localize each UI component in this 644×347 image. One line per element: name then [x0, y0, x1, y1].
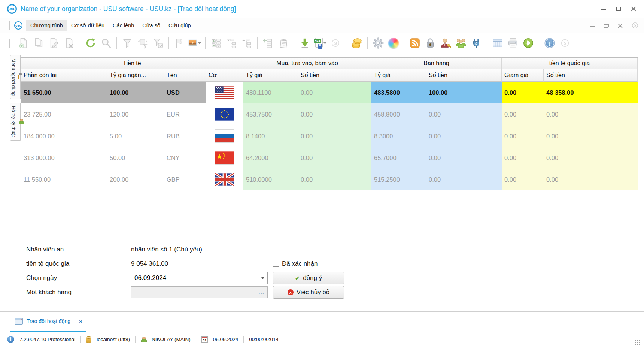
sidebar-tab-tech-support[interactable]: Hỗ trợ kỹ thuật	[10, 103, 21, 141]
menu-item-window[interactable]: Cửa sổ	[138, 20, 164, 31]
cell-national-amount[interactable]: 0.00	[544, 125, 638, 147]
edit-record-button[interactable]	[48, 36, 60, 50]
table-empty-area[interactable]	[21, 190, 638, 236]
cell-code[interactable]: USD	[164, 82, 206, 103]
filter-columns-button[interactable]	[136, 36, 149, 50]
add-record-button[interactable]	[17, 36, 30, 50]
col-header-central-rate[interactable]: Tỷ giá ngân...	[107, 69, 164, 82]
tab-exchange-operations[interactable]: Trao đổi hoạt động ×	[10, 312, 86, 332]
cell-discount[interactable]: 0.00	[502, 169, 544, 190]
refresh-button[interactable]	[84, 36, 97, 50]
cell-remaining[interactable]: 51 650.00	[21, 82, 107, 103]
cancel-button[interactable]: x Việc hủy bỏ	[273, 286, 344, 299]
customer-input[interactable]: ...	[131, 286, 268, 298]
cell-buy-amount[interactable]: 0.00	[298, 169, 371, 190]
coins-button[interactable]	[350, 36, 363, 50]
expand-rows-button[interactable]	[210, 36, 222, 50]
cell-central-rate[interactable]: 5.00	[107, 125, 164, 147]
cell-sell-rate[interactable]: 483.5800	[371, 82, 426, 103]
flag-cny[interactable]	[206, 147, 243, 169]
col-header-sell-amount[interactable]: Số tiền	[426, 69, 502, 82]
col-header-sell-rate[interactable]: Tỷ giá	[371, 69, 426, 82]
cell-remaining[interactable]: 23 725.00	[21, 103, 107, 125]
cell-code[interactable]: CNY	[164, 147, 206, 169]
cell-buy-amount[interactable]: 0.00	[298, 82, 371, 103]
cell-remaining[interactable]: 313 000.00	[21, 147, 107, 169]
filter-check-button[interactable]	[152, 36, 164, 50]
cell-buy-rate[interactable]: 8.1400	[243, 125, 298, 147]
cell-discount[interactable]: 0.00	[502, 82, 544, 103]
cell-discount[interactable]: 0.00	[502, 147, 544, 169]
cell-central-rate[interactable]: 100.00	[107, 82, 164, 103]
plug-button[interactable]	[470, 36, 483, 50]
user-key-button[interactable]	[439, 36, 452, 50]
cell-remaining[interactable]: 11 550.00	[21, 169, 107, 190]
col-header-buy-rate[interactable]: Tỷ giá	[243, 69, 298, 82]
col-header-national-amount[interactable]: Số tiền	[544, 69, 638, 82]
documents-button[interactable]	[277, 36, 290, 50]
cell-buy-rate[interactable]: 453.7500	[243, 103, 298, 125]
cell-sell-rate[interactable]: 65.7000	[371, 147, 426, 169]
group-header-buy[interactable]: Mua, tựa vào, bám vào	[243, 58, 371, 69]
cell-remaining[interactable]: 184 000.00	[21, 125, 107, 147]
filter-button[interactable]	[121, 36, 134, 50]
flag-gbp[interactable]	[206, 169, 243, 190]
col-header-name[interactable]: Tên	[164, 69, 206, 82]
tree-expand-button[interactable]	[225, 36, 238, 50]
cell-discount[interactable]: 0.00	[502, 103, 544, 125]
settings-gear-button[interactable]	[372, 36, 385, 50]
info-button[interactable]: i	[543, 36, 556, 50]
picture-dropdown-arrow[interactable]	[198, 42, 201, 44]
group-header-national[interactable]: tiền tệ quốc gia	[502, 58, 638, 69]
date-field[interactable]	[134, 274, 261, 282]
customer-field[interactable]	[134, 289, 258, 296]
download-button[interactable]	[298, 36, 311, 50]
cell-national-amount[interactable]: 0.00	[544, 147, 638, 169]
col-header-remaining[interactable]: Phần còn lại	[21, 69, 107, 82]
menu-item-program[interactable]: Chương trình	[26, 20, 67, 31]
child-close-button[interactable]	[618, 24, 623, 28]
search-button[interactable]	[100, 36, 112, 50]
menu-item-commands[interactable]: Các lệnh	[109, 20, 138, 31]
group-header-currency[interactable]: Tiền tệ	[21, 58, 243, 69]
cell-sell-rate[interactable]: 458.8000	[371, 103, 426, 125]
cell-central-rate[interactable]: 50.00	[107, 147, 164, 169]
window-minimize-button[interactable]	[601, 7, 606, 11]
cell-code[interactable]: RUB	[164, 125, 206, 147]
confirmed-checkbox[interactable]	[273, 261, 279, 267]
export-dropdown-arrow[interactable]	[323, 42, 326, 44]
col-header-flag[interactable]: Cờ	[206, 69, 243, 82]
cell-sell-amount[interactable]: 0.00	[426, 147, 502, 169]
cell-code[interactable]: GBP	[164, 169, 206, 190]
cell-buy-amount[interactable]: 0.00	[298, 103, 371, 125]
cell-buy-rate[interactable]: 480.1100	[243, 82, 298, 103]
cell-code[interactable]: EUR	[164, 103, 206, 125]
cell-buy-amount[interactable]: 0.00	[298, 125, 371, 147]
customer-browse-button[interactable]: ...	[258, 290, 264, 294]
col-header-discount[interactable]: Giảm giá	[502, 69, 544, 82]
delete-record-button[interactable]	[63, 36, 76, 50]
cell-central-rate[interactable]: 200.00	[107, 169, 164, 190]
tree-collapse-button[interactable]	[240, 36, 253, 50]
lock-button[interactable]	[424, 36, 437, 50]
date-input[interactable]	[131, 272, 268, 284]
cell-national-amount[interactable]: 48 358.00	[544, 82, 638, 103]
cell-sell-rate[interactable]: 515.2500	[371, 169, 426, 190]
col-header-buy-amount[interactable]: Số tiền	[298, 69, 371, 82]
cell-sell-amount[interactable]: 100.00	[426, 82, 502, 103]
cell-sell-amount[interactable]: 0.00	[426, 169, 502, 190]
sidebar-tab-user-menu[interactable]: Menu người dùng	[10, 55, 21, 99]
cell-sell-amount[interactable]: 0.00	[426, 125, 502, 147]
cell-sell-rate[interactable]: 8.3000	[371, 125, 426, 147]
toolbar-grip-2[interactable]	[9, 39, 11, 48]
cell-national-amount[interactable]: 0.00	[544, 169, 638, 190]
group-header-sell[interactable]: Bán hàng	[371, 58, 502, 69]
menu-item-database[interactable]: Cơ sở dữ liệu	[67, 20, 109, 31]
cell-discount[interactable]: 0.00	[502, 125, 544, 147]
date-dropdown-arrow[interactable]	[261, 277, 264, 279]
add-column-button[interactable]	[262, 36, 274, 50]
flag-rub[interactable]	[206, 125, 243, 147]
users-group-button[interactable]	[455, 36, 467, 50]
window-maximize-button[interactable]	[616, 7, 621, 11]
cell-central-rate[interactable]: 120.00	[107, 103, 164, 125]
